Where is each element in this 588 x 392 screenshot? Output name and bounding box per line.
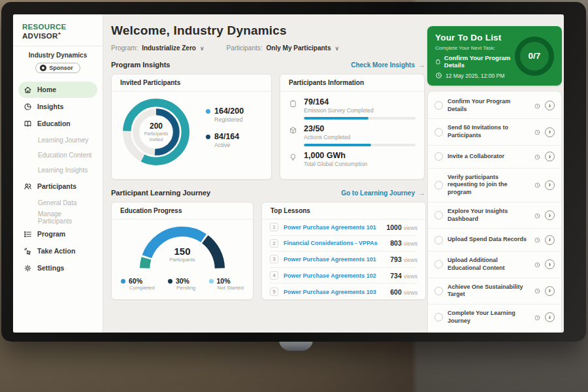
- program-select[interactable]: Program: Industrialize Zero ∨: [111, 44, 204, 52]
- lesson-rank: 3: [270, 255, 278, 263]
- task-chevron-button[interactable]: ›: [545, 127, 555, 137]
- sidebar-item-program[interactable]: Program: [18, 226, 97, 242]
- legend-label: Registered: [206, 116, 244, 123]
- program-insights-header: Program Insights Check More Insights →: [111, 61, 425, 69]
- task-checkbox[interactable]: [434, 287, 443, 295]
- task-row[interactable]: Verify participants requesting to join t…: [428, 169, 561, 203]
- task-checkbox[interactable]: [434, 260, 443, 269]
- todo-due-label: 12 May 2025, 12:00 PM: [446, 73, 504, 79]
- legend-value: 10%: [217, 277, 231, 285]
- stat-value: 79/164: [304, 97, 416, 106]
- lesson-title-link[interactable]: Power Purchase Agreements 101: [284, 256, 390, 263]
- lesson-row[interactable]: 1 Power Purchase Agreements 101 1000view…: [270, 220, 417, 236]
- sponsor-badge-label: Sponsor: [49, 65, 73, 71]
- collapse-tasks-link[interactable]: Collapse Tasks ∧: [428, 330, 561, 333]
- lesson-rank: 5: [270, 287, 278, 296]
- lesson-views-suffix: views: [404, 273, 417, 280]
- sidebar-item-label: Take Action: [37, 247, 75, 255]
- sidebar-item-manage-participants[interactable]: Manage Participants: [18, 210, 97, 225]
- task-chevron-button[interactable]: ›: [545, 235, 555, 245]
- lesson-row[interactable]: 4 Power Purchase Agreements 102 734views: [270, 268, 417, 284]
- lesson-title-link[interactable]: Power Purchase Agreements 103: [284, 289, 390, 295]
- task-label: Complete Your Learning Journey: [448, 310, 530, 325]
- todo-next-task: Confirm Your Program Details: [435, 54, 515, 69]
- sidebar-item-education-content[interactable]: Education Content: [18, 148, 97, 163]
- task-pending-icon: [534, 151, 540, 163]
- task-chevron-button[interactable]: ›: [545, 286, 555, 296]
- task-row[interactable]: Confirm Your Program Details ›: [428, 93, 561, 119]
- stat-global-consumption: 1,000 GWh Total Global Consumption: [289, 151, 416, 167]
- section-title-program-insights: Program Insights: [111, 61, 170, 69]
- legend-value: 60%: [129, 277, 142, 285]
- sidebar-item-learning-journey[interactable]: Learning Journey: [18, 133, 97, 148]
- sidebar-item-take-action[interactable]: Take Action: [18, 243, 97, 259]
- task-chevron-button[interactable]: ›: [545, 259, 555, 269]
- task-row[interactable]: Achieve One Sustainability Target ›: [428, 278, 561, 304]
- go-to-learning-journey-link[interactable]: Go to Learning Journey →: [341, 189, 425, 197]
- task-chevron-button[interactable]: ›: [545, 210, 555, 220]
- dashboard-screen: RESOURCE ADVISOR+ Industry Dynamics Spon…: [13, 14, 564, 333]
- check-more-insights-link[interactable]: Check More Insights →: [351, 61, 425, 69]
- lesson-title-link[interactable]: Power Purchase Agreements 101: [284, 224, 386, 231]
- lesson-title-link[interactable]: Financial Considerations - VPPAs: [284, 240, 390, 246]
- task-chevron-button[interactable]: ›: [545, 152, 555, 161]
- lesson-row[interactable]: 2 Financial Considerations - VPPAs 803vi…: [270, 236, 417, 252]
- sidebar-item-general-data[interactable]: General Data: [18, 195, 97, 210]
- todo-next-task-label: Confirm Your Program Details: [444, 54, 515, 69]
- task-label: Send 50 Invitations to Participants: [448, 124, 530, 139]
- lesson-rank: 4: [270, 271, 278, 280]
- task-chevron-button[interactable]: ›: [545, 180, 555, 190]
- sidebar-item-home[interactable]: Home: [18, 82, 97, 98]
- sponsor-badge[interactable]: Sponsor: [35, 63, 80, 73]
- task-checkbox[interactable]: [434, 128, 443, 137]
- task-label: Verify participants requesting to join t…: [448, 174, 530, 197]
- task-row[interactable]: Upload Spend Data Records ›: [428, 229, 561, 252]
- learning-journey-header: Participant Learning Journey Go to Learn…: [111, 189, 425, 197]
- stat-value: 1,000 GWh: [304, 151, 416, 160]
- clock-icon: [435, 72, 442, 79]
- lesson-views-value: 803: [390, 239, 402, 247]
- lesson-views-suffix: views: [404, 225, 417, 231]
- lesson-views-value: 600: [390, 288, 402, 296]
- legend-item-not-started: 10% Not Started: [209, 277, 244, 291]
- stat-label: Actions Completed: [304, 134, 416, 140]
- education-legend: 60% Completed 30% Pending: [112, 277, 253, 291]
- sidebar-item-participants[interactable]: Participants: [18, 178, 97, 195]
- lesson-views-value: 793: [390, 255, 402, 263]
- task-chevron-button[interactable]: ›: [545, 101, 555, 110]
- task-checkbox[interactable]: [434, 181, 443, 189]
- sidebar-item-insights[interactable]: Insights: [18, 99, 97, 115]
- todo-progress-value: 0/7: [529, 51, 541, 61]
- task-checkbox[interactable]: [434, 236, 443, 244]
- task-checkbox[interactable]: [434, 101, 443, 110]
- task-row[interactable]: Send 50 Invitations to Participants ›: [428, 119, 561, 145]
- task-checkbox[interactable]: [434, 211, 443, 220]
- legend-item-active: 84/164 Active: [206, 132, 244, 148]
- task-row[interactable]: Complete Your Learning Journey ›: [428, 304, 561, 330]
- sidebar-item-settings[interactable]: Settings: [18, 260, 97, 276]
- task-checkbox[interactable]: [434, 313, 443, 321]
- task-row[interactable]: Upload Additional Educational Content ›: [428, 252, 561, 278]
- task-row[interactable]: Invite a Collaborator ›: [428, 146, 561, 169]
- donut-center-label: Participants: [144, 131, 169, 137]
- sidebar-item-education[interactable]: Education: [18, 116, 97, 132]
- participants-select-value: Only My Participants: [267, 44, 331, 52]
- insights-icon: [24, 103, 32, 111]
- legend-item-completed: 60% Completed: [121, 277, 155, 291]
- task-row[interactable]: Explore Your Insights Dashboard ›: [428, 203, 561, 229]
- todo-tasks-card: Confirm Your Program Details › Send 50 I…: [427, 91, 562, 333]
- task-checkbox[interactable]: [434, 152, 443, 161]
- task-chevron-button[interactable]: ›: [545, 312, 555, 322]
- todo-subtitle: Complete Your Next Task:: [435, 45, 515, 51]
- participants-select[interactable]: Participants: Only My Participants ∨: [227, 44, 340, 52]
- sidebar-nav: Home Insights Education Learning Journey…: [13, 80, 103, 278]
- stat-emission-survey: 79/164 Emission Survey Completed: [289, 97, 416, 120]
- lesson-row[interactable]: 3 Power Purchase Agreements 101 793views: [270, 252, 417, 268]
- card-title: Participants Information: [280, 74, 424, 91]
- lesson-title-link[interactable]: Power Purchase Agreements 102: [284, 272, 390, 279]
- section-title-learning-journey: Participant Learning Journey: [111, 189, 210, 197]
- lesson-views-value: 1000: [386, 223, 401, 231]
- sidebar-item-learning-insights[interactable]: Learning Insights: [18, 163, 97, 178]
- task-pending-icon: [534, 312, 540, 323]
- lesson-row[interactable]: 5 Power Purchase Agreements 103 600views: [270, 284, 417, 300]
